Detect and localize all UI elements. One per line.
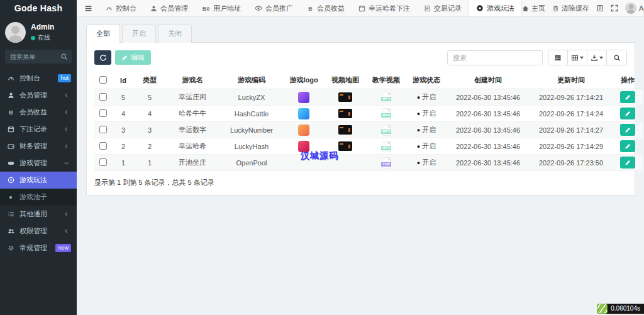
game-logo-image — [298, 92, 309, 103]
topnav-tab-交易记录[interactable]: 交易记录 — [417, 0, 469, 16]
row-checkbox[interactable] — [99, 142, 107, 150]
document-icon[interactable] — [596, 4, 604, 12]
avatar-small — [625, 3, 636, 14]
admin-menu[interactable]: Admin — [625, 3, 644, 14]
sidebar-item-控制台[interactable]: 控制台hot — [0, 70, 77, 87]
file-icon[interactable]: MP4 — [382, 124, 391, 136]
eye-icon — [255, 4, 262, 12]
video-thumbnail[interactable] — [338, 141, 352, 151]
chip-icon — [476, 4, 484, 12]
sidebar-item-游戏玩法[interactable]: 游戏玩法 — [0, 172, 77, 189]
pencil-icon — [625, 94, 631, 101]
receipt-icon — [424, 5, 431, 12]
column-header-游戏logo: 游戏logo — [283, 72, 325, 89]
sidebar-item-label: 控制台 — [19, 74, 53, 83]
hamburger-menu-icon[interactable] — [77, 4, 99, 13]
row-checkbox[interactable] — [99, 93, 107, 101]
status-label: 开启 — [422, 93, 436, 101]
row-checkbox[interactable] — [99, 158, 107, 166]
sidebar-item-权限管理[interactable]: 权限管理 — [0, 223, 77, 240]
cell-status: ●开启 — [406, 89, 447, 106]
edit-button[interactable]: 编辑 — [115, 50, 151, 65]
sidebar-item-财务管理[interactable]: 财务管理 — [0, 138, 77, 155]
file-icon[interactable]: MP4 — [382, 92, 391, 103]
topnav-tab-会员推广[interactable]: 会员推广 — [248, 0, 300, 16]
search-toggle-button[interactable] — [607, 50, 626, 65]
topnav-tab-游戏玩法[interactable]: 游戏玩法 — [469, 0, 522, 16]
timer-label: 0.060104s — [606, 304, 644, 314]
export-button[interactable] — [587, 50, 607, 65]
row-checkbox[interactable] — [99, 109, 107, 117]
row-edit-button[interactable] — [620, 140, 635, 152]
video-thumbnail[interactable] — [338, 109, 352, 118]
file-icon[interactable]: MP4 — [382, 108, 391, 119]
chevron-left-icon — [64, 228, 71, 234]
dot-circle-icon — [8, 194, 15, 201]
sidebar-item-会员管理[interactable]: 会员管理 — [0, 87, 77, 104]
select-all-checkbox[interactable] — [99, 76, 107, 84]
sidebar-item-label: 游戏玩法 — [19, 175, 71, 185]
cell-status: ●开启 — [406, 106, 447, 122]
table-row: 33幸运数字LuckyNumberMP4●开启2022-06-30 13:45:… — [94, 122, 643, 138]
user-icon — [8, 92, 15, 99]
table-row: 55幸运庄闲LuckyZXMP4●开启2022-06-30 13:45:4620… — [94, 89, 643, 106]
sidebar-item-下注记录[interactable]: 下注记录 — [0, 121, 77, 138]
toggle-view-button[interactable] — [548, 50, 568, 65]
row-checkbox[interactable] — [99, 126, 107, 133]
topnav-tab-用户地址[interactable]: Bē用户地址 — [195, 0, 248, 16]
status-dot-icon: ● — [417, 127, 420, 133]
status-dot-icon: ● — [417, 143, 420, 150]
topnav-tab-会员管理[interactable]: 会员管理 — [143, 0, 195, 16]
pencil-icon — [625, 110, 631, 117]
video-thumbnail[interactable] — [338, 125, 352, 135]
caret-down-icon — [580, 57, 584, 59]
columns-button[interactable] — [568, 50, 587, 65]
debug-timer[interactable]: 0.060104s — [597, 304, 644, 314]
clear-cache-link[interactable]: 清除缓存 — [552, 4, 589, 13]
sidebar-item-label: 常规管理 — [19, 243, 51, 253]
filter-tab-关闭[interactable]: 关闭 — [158, 25, 192, 43]
topbar-right: 主页 清除缓存 Admin — [522, 3, 644, 14]
sidebar-item-游戏管理[interactable]: 游戏管理 — [0, 155, 77, 172]
row-edit-button[interactable] — [620, 124, 635, 136]
topnav-tab-控制台[interactable]: 控制台 — [99, 0, 143, 16]
clear-cache-label: 清除缓存 — [562, 4, 589, 13]
sidebar-item-其他通用[interactable]: 其他通用 — [0, 206, 77, 223]
column-header-游戏编码: 游戏编码 — [220, 72, 283, 89]
chevron-left-icon — [64, 92, 71, 98]
sidebar-item-游戏池子[interactable]: 游戏池子 — [0, 189, 77, 206]
row-edit-button[interactable] — [620, 91, 635, 103]
cell-game-name: 幸运庄闲 — [165, 89, 220, 106]
video-thumbnail[interactable] — [338, 92, 352, 102]
sidebar-item-常规管理[interactable]: 常规管理new — [0, 240, 77, 257]
cell-tutorial-video: MP4 — [366, 89, 406, 106]
row-edit-button[interactable] — [620, 157, 635, 169]
cell-game-code: HashCattle — [220, 106, 283, 122]
filter-tab-全部[interactable]: 全部 — [86, 25, 120, 43]
cell-game-logo — [283, 106, 325, 122]
online-dot-icon — [31, 36, 35, 40]
games-table: Id类型游戏名游戏编码游戏logo视频地图教学视频游戏状态创建时间更新时间操作 … — [94, 72, 643, 171]
cell-id: 2 — [112, 138, 135, 155]
refresh-button[interactable] — [94, 50, 111, 65]
cell-actions — [613, 138, 643, 155]
pencil-icon — [625, 126, 631, 133]
file-icon[interactable]: MP4 — [382, 141, 391, 152]
content-area: 全部开启关闭 编辑 — [77, 17, 644, 315]
topnav-tab-会员收益[interactable]: B会员收益 — [300, 0, 352, 16]
file-icon[interactable]: TOP — [382, 157, 391, 169]
app-window: Gode Hash Admin 在线 控制台hot会员管理B会员收益下注记录财务… — [0, 0, 644, 315]
user-status-label: 在线 — [38, 33, 50, 42]
fullscreen-icon[interactable] — [611, 4, 618, 12]
table-body: 55幸运庄闲LuckyZXMP4●开启2022-06-30 13:45:4620… — [94, 89, 643, 171]
table-search-input[interactable] — [447, 50, 543, 65]
cell-game-code: LuckyZX — [220, 89, 283, 106]
row-edit-button[interactable] — [620, 108, 635, 119]
bitcoin-icon: B — [8, 109, 15, 116]
cell-created: 2022-06-30 13:45:46 — [447, 106, 530, 122]
home-link[interactable]: 主页 — [522, 4, 545, 13]
filter-tab-开启[interactable]: 开启 — [122, 25, 156, 43]
filter-tabs: 全部开启关闭 — [86, 25, 635, 43]
sidebar-item-会员收益[interactable]: B会员收益 — [0, 104, 77, 121]
topnav-tab-幸运哈希下注[interactable]: 幸运哈希下注 — [352, 0, 417, 16]
